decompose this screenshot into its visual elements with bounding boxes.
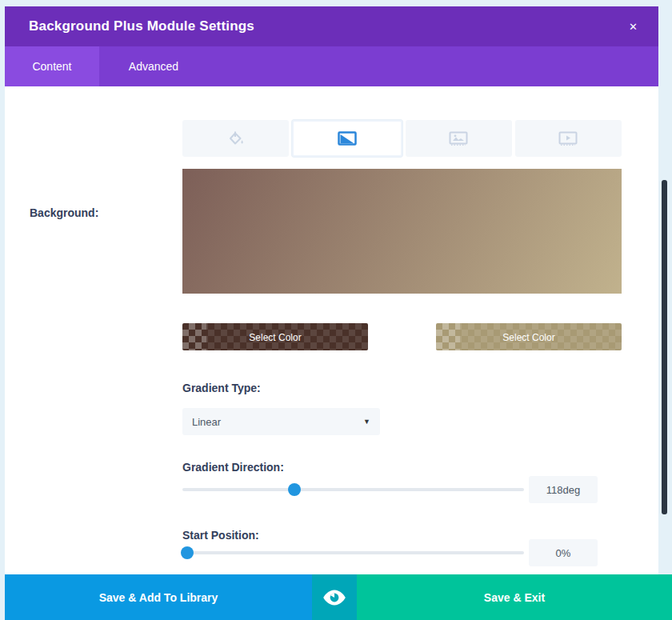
- modal-header: Background Plus Module Settings ✕: [5, 6, 658, 46]
- start-position-value[interactable]: 0%: [529, 539, 598, 566]
- slider-track: [182, 488, 524, 491]
- eye-icon: [322, 589, 346, 606]
- save-add-library-button[interactable]: Save & Add To Library: [5, 574, 312, 620]
- modal-body: Background:: [5, 86, 658, 574]
- close-icon[interactable]: ✕: [624, 18, 642, 36]
- settings-modal: Background Plus Module Settings ✕ Conten…: [0, 0, 672, 620]
- paint-bucket-icon: [227, 130, 245, 146]
- alpha-strip: [436, 323, 460, 350]
- select-color-button-end[interactable]: Select Color: [436, 323, 622, 350]
- gradient-direction-handle[interactable]: [288, 483, 301, 496]
- start-position-label: Start Position:: [182, 529, 259, 542]
- gradient-type-select[interactable]: Linear ▼: [182, 408, 380, 435]
- gradient-direction-label: Gradient Direction:: [182, 461, 284, 474]
- slider-track: [182, 551, 524, 554]
- modal-footer: Save & Add To Library Save & Exit: [5, 574, 672, 620]
- gradient-direction-slider[interactable]: [182, 483, 524, 496]
- bg-type-gradient-tab[interactable]: [292, 120, 402, 157]
- video-icon: [558, 131, 578, 146]
- settings-tabbar: Content Advanced: [5, 46, 658, 86]
- preview-button[interactable]: [312, 574, 357, 620]
- tab-content[interactable]: Content: [5, 46, 99, 86]
- gradient-type-label: Gradient Type:: [182, 382, 261, 394]
- alpha-strip: [182, 323, 206, 350]
- select-color-label: Select Color: [502, 332, 554, 343]
- bg-type-image-tab[interactable]: [406, 120, 512, 157]
- chevron-down-icon: ▼: [363, 418, 370, 426]
- start-position-handle[interactable]: [181, 546, 194, 559]
- bg-type-video-tab[interactable]: [515, 120, 622, 157]
- scrollbar-thumb[interactable]: [662, 180, 667, 514]
- image-icon: [449, 131, 468, 146]
- tab-advanced[interactable]: Advanced: [99, 46, 208, 86]
- gradient-direction-value[interactable]: 118deg: [529, 476, 598, 503]
- select-color-button-start[interactable]: Select Color: [182, 323, 368, 350]
- modal-title: Background Plus Module Settings: [29, 18, 624, 34]
- gradient-preview: [182, 169, 622, 294]
- gradient-icon: [338, 131, 357, 146]
- save-exit-button[interactable]: Save & Exit: [357, 574, 672, 620]
- select-color-label: Select Color: [249, 332, 301, 343]
- bg-type-color-tab[interactable]: [182, 120, 289, 157]
- background-type-tabs: [182, 120, 622, 157]
- start-position-slider[interactable]: [182, 546, 524, 559]
- background-label: Background:: [30, 206, 98, 219]
- gradient-type-value: Linear: [192, 416, 363, 428]
